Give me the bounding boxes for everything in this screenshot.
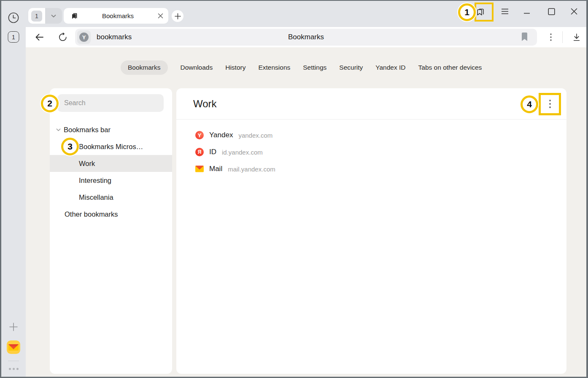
bookmark-url: id.yandex.com: [222, 149, 263, 156]
toolbar: Y bookmarks Bookmarks: [26, 27, 586, 47]
maximize-button[interactable]: [545, 5, 558, 18]
bookmark-tab-icon: [70, 12, 78, 20]
bookmark-row-yandex[interactable]: Y Yandex yandex.com: [176, 127, 566, 144]
new-tab-button[interactable]: [172, 10, 183, 22]
tree-item-work[interactable]: Work: [50, 155, 172, 172]
tab-close-icon[interactable]: [158, 13, 163, 19]
plus-icon: [175, 13, 181, 19]
bookmarks-panel-toolbar-icon[interactable]: [472, 4, 488, 20]
folder-menu-button[interactable]: [542, 95, 558, 112]
tab-group-chevron-button[interactable]: [45, 8, 62, 24]
bookmark-row-mail[interactable]: Mail mail.yandex.com: [176, 160, 566, 177]
browser-menu-icon[interactable]: [499, 5, 511, 18]
tab-bar: 1 Bookmarks: [26, 1, 586, 27]
address-page-title: Bookmarks: [75, 29, 537, 46]
bookmark-row-id[interactable]: Я ID id.yandex.com: [176, 144, 566, 160]
back-button[interactable]: [33, 31, 45, 43]
address-bar[interactable]: Y bookmarks Bookmarks: [75, 29, 537, 46]
tab-group-count: 1: [35, 13, 38, 19]
bookmark-url: mail.yandex.com: [228, 166, 275, 173]
tree-item-miscellania[interactable]: Miscellania: [50, 189, 172, 206]
sidebar-search-input[interactable]: [57, 94, 164, 112]
bookmark-name: Yandex: [209, 131, 233, 139]
folder-tree: Bookmarks bar Bookmarks Micros… Work Int…: [50, 121, 172, 223]
tab-bookmarks[interactable]: Bookmarks: [121, 60, 168, 75]
chevron-down-icon: [56, 128, 61, 131]
yandex-favicon: Y: [195, 131, 204, 139]
folders-sidebar: Bookmarks bar Bookmarks Micros… Work Int…: [50, 88, 172, 374]
tab-history[interactable]: History: [225, 60, 245, 75]
tab-yandex-id[interactable]: Yandex ID: [375, 60, 405, 75]
tab-counter-value: 1: [12, 34, 15, 41]
tree-item-bookmarks-bar[interactable]: Bookmarks bar: [50, 121, 172, 138]
tab-group: 1: [28, 8, 62, 24]
rail-divider: [8, 361, 19, 361]
tree-item-bookmarks-micros[interactable]: Bookmarks Micros…: [50, 138, 172, 155]
bookmark-url: yandex.com: [238, 132, 272, 139]
yandex-id-favicon: Я: [195, 148, 204, 156]
tab-other-devices[interactable]: Tabs on other devices: [418, 60, 482, 75]
address-url[interactable]: bookmarks: [97, 29, 132, 46]
toolbar-more-icon[interactable]: [545, 31, 557, 43]
tree-item-other-bookmarks[interactable]: Other bookmarks: [50, 206, 172, 223]
tab-group-counter[interactable]: 1: [28, 8, 45, 24]
reload-button[interactable]: [57, 31, 69, 43]
tab-counter-button[interactable]: 1: [8, 31, 19, 43]
left-rail: 1: [1, 1, 26, 377]
folder-title: Work: [193, 88, 217, 120]
downloads-icon[interactable]: [571, 31, 583, 43]
bookmarks-page: Bookmarks Downloads History Extensions S…: [26, 47, 586, 377]
folder-content-panel: Work Y Yandex yandex.com: [176, 88, 566, 374]
bookmark-list: Y Yandex yandex.com Я ID id.yandex.com: [176, 127, 566, 177]
close-button[interactable]: [568, 5, 580, 18]
tab-downloads[interactable]: Downloads: [181, 60, 213, 75]
tree-item-interesting[interactable]: Interesting: [50, 172, 172, 189]
folder-header: Work: [176, 88, 566, 120]
page-favicon: Y: [77, 30, 91, 44]
history-clock-icon[interactable]: [8, 12, 19, 24]
minimize-button[interactable]: [521, 5, 533, 18]
rail-more-dots-icon[interactable]: [7, 366, 20, 372]
yandex-mail-app-icon[interactable]: [7, 340, 20, 354]
chevron-down-icon: [51, 14, 56, 18]
browser-window: 1 1: [0, 0, 588, 378]
bookmark-flag-icon[interactable]: [521, 33, 528, 41]
add-panel-plus-icon[interactable]: [8, 321, 19, 333]
page-nav-tabs: Bookmarks Downloads History Extensions S…: [121, 60, 482, 75]
mail-favicon: [195, 165, 204, 173]
tab-settings[interactable]: Settings: [303, 60, 326, 75]
tab-security[interactable]: Security: [339, 60, 363, 75]
active-tab[interactable]: Bookmarks: [64, 8, 168, 24]
toolbar-divider: [562, 31, 563, 43]
bookmark-name: Mail: [209, 165, 222, 173]
tab-title: Bookmarks: [78, 12, 158, 19]
tab-extensions[interactable]: Extensions: [258, 60, 290, 75]
bookmark-name: ID: [209, 148, 216, 156]
